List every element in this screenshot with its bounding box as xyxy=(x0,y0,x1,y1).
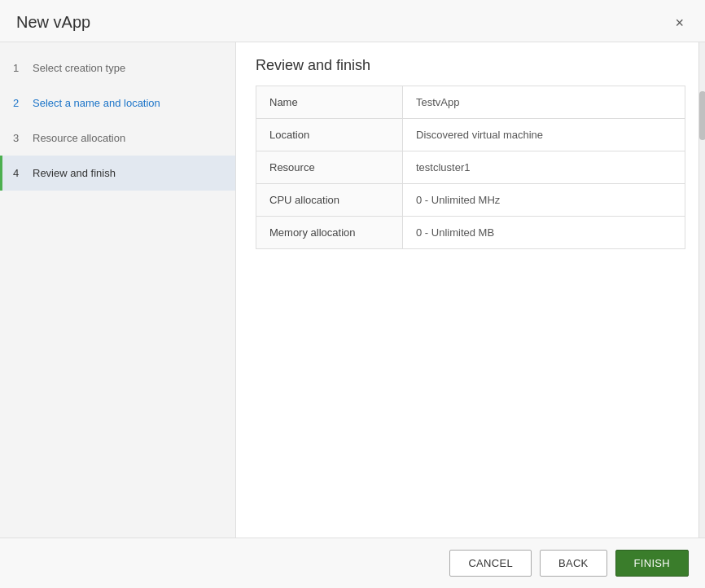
step-number-4: 4 xyxy=(13,167,24,179)
dialog-header: New vApp × xyxy=(0,0,705,42)
dialog-body: 1 Select creation type 2 Select a name a… xyxy=(0,42,705,538)
main-content: Review and finish NameTestvAppLocationDi… xyxy=(236,42,705,538)
sidebar-item-select-creation-type: 1 Select creation type xyxy=(0,50,235,86)
close-button[interactable]: × xyxy=(670,14,689,32)
dialog-footer: CANCEL BACK FINISH xyxy=(0,538,705,588)
row-label: Resource xyxy=(256,151,403,184)
row-label: Name xyxy=(256,86,403,119)
row-value: 0 - Unlimited MB xyxy=(403,217,685,249)
table-row: Memory allocation0 - Unlimited MB xyxy=(256,217,685,249)
row-value: TestvApp xyxy=(403,86,685,119)
row-label: CPU allocation xyxy=(256,184,403,217)
scrollbar-track[interactable] xyxy=(698,42,705,538)
step-label-2: Select a name and location xyxy=(33,97,160,109)
sidebar: 1 Select creation type 2 Select a name a… xyxy=(0,42,236,538)
step-label-4: Review and finish xyxy=(33,167,116,179)
review-table: NameTestvAppLocationDiscovered virtual m… xyxy=(256,86,685,249)
dialog-title: New vApp xyxy=(16,13,90,32)
finish-button[interactable]: FINISH xyxy=(615,550,689,577)
table-row: LocationDiscovered virtual machine xyxy=(256,119,685,151)
row-value: 0 - Unlimited MHz xyxy=(403,184,685,217)
step-number-1: 1 xyxy=(13,62,24,74)
row-value: Discovered virtual machine xyxy=(403,119,685,151)
step-label-3: Resource allocation xyxy=(33,132,125,144)
step-label-1: Select creation type xyxy=(33,62,125,74)
panel-title: Review and finish xyxy=(236,42,705,86)
main-panel: Review and finish NameTestvAppLocationDi… xyxy=(236,42,705,538)
row-label: Memory allocation xyxy=(256,217,403,249)
new-vapp-dialog: New vApp × 1 Select creation type 2 Sele… xyxy=(0,0,705,588)
row-label: Location xyxy=(256,119,403,151)
back-button[interactable]: BACK xyxy=(540,550,607,577)
row-value: testcluster1 xyxy=(403,151,685,184)
sidebar-item-select-name-location[interactable]: 2 Select a name and location xyxy=(0,86,235,121)
step-number-3: 3 xyxy=(13,132,24,144)
table-row: NameTestvApp xyxy=(256,86,685,119)
table-row: Resourcetestcluster1 xyxy=(256,151,685,184)
table-row: CPU allocation0 - Unlimited MHz xyxy=(256,184,685,217)
sidebar-item-resource-allocation: 3 Resource allocation xyxy=(0,121,235,156)
cancel-button[interactable]: CANCEL xyxy=(449,550,532,577)
sidebar-item-review-finish: 4 Review and finish xyxy=(0,156,235,191)
scrollbar-thumb xyxy=(699,91,705,140)
step-number-2: 2 xyxy=(13,97,24,109)
